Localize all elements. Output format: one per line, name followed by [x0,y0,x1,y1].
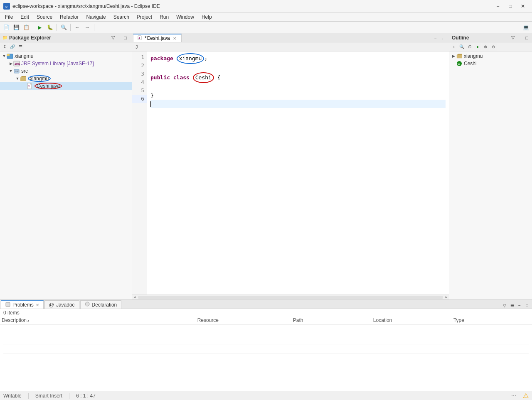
panel-menu-button[interactable]: ▽ [110,34,116,41]
run-button[interactable]: ► [35,23,44,32]
window-controls: − □ ✕ [492,2,529,10]
status-insert-mode: Smart Insert [35,393,62,399]
menu-edit[interactable]: Edit [17,13,32,21]
filter-bottom-button[interactable]: ▽ [501,302,508,309]
tree-item-jre[interactable]: ▶ JRE JRE System Library [JavaSE-17] [0,60,132,67]
package-icon [20,75,27,82]
editor-content[interactable]: 1 2 3 4 5 6 package xiangmu; public clas… [132,52,449,294]
line-num-3: 3 [132,70,147,78]
panel-minimize-button[interactable]: − □ [118,35,129,41]
svg-text:C: C [458,62,460,66]
outline-item-xiangmu[interactable]: ▶ xiangmu [449,52,532,60]
debug-button[interactable]: 🐛 [45,23,54,32]
status-more-button[interactable]: ⋯ [511,393,516,399]
outline-pkg-label: xiangmu [464,53,483,59]
view-menu-button[interactable]: ☰ [17,43,24,51]
menu-run[interactable]: Run [156,13,172,21]
bottom-tab-problems[interactable]: Problems ✕ [1,300,44,309]
tree-item-xiangmu-pkg[interactable]: ▼ xiangmu [0,75,132,82]
keyword-class: class [173,74,193,82]
scroll-left-arrow[interactable]: ◄ [132,295,137,300]
save-all-button[interactable]: 📋 [22,23,31,32]
breadcrumb: J [133,44,140,49]
outline-expand-button[interactable]: ⊕ [482,43,489,51]
editor-tab-close-button[interactable]: ✕ [172,36,177,41]
outline-minimize-button[interactable]: − [517,35,522,41]
toolbar-sep-2 [57,24,57,31]
editor-tabs: J *Ceshi.java ✕ − □ [132,33,449,42]
bottom-table-header: Description ▴ Resource Path Location Typ… [0,317,532,324]
menu-source[interactable]: Source [33,13,56,21]
panel-maximize-button[interactable]: □ [123,35,128,41]
xiangmu-annotation-circle: xiangmu [28,75,51,82]
col-header-location: Location [372,317,452,323]
javadoc-tab-icon: @ [49,302,54,308]
code-line-4 [150,83,446,91]
bottom-tab-declaration[interactable]: Declaration [80,300,122,309]
outline-menu-button[interactable]: ▽ [510,34,516,41]
tree-arrow-src: ▼ [8,69,13,73]
bottom-maximize-button[interactable]: □ [524,302,530,309]
editor-scrollbar-h[interactable]: ◄ ► [132,294,449,299]
problems-tab-close[interactable]: ✕ [36,303,39,307]
open-perspective-button[interactable]: 💻 [521,23,530,32]
status-sep-1 [28,393,29,399]
menu-project[interactable]: Project [133,13,155,21]
tree-item-src[interactable]: ▼ src src [0,67,132,75]
table-row-3 [3,344,529,353]
bottom-minimize-button[interactable]: − [516,302,523,309]
keyword-public: public [150,74,173,82]
link-editor-button[interactable]: 🔗 [9,43,16,51]
collapse-all-button[interactable]: ↧ [1,43,8,51]
table-row-1 [3,326,529,335]
save-button[interactable]: 💾 [12,23,21,32]
new-button[interactable]: 📄 [2,23,11,32]
outline-hide-button[interactable]: ∅ [466,43,473,51]
editor-tab-icon: J [138,35,143,41]
outline-filter-button[interactable]: 🔍 [458,43,466,51]
menu-window[interactable]: Window [173,13,197,21]
minimize-button[interactable]: − [492,2,504,10]
code-line-3: public class Ceshi { [150,72,446,83]
bottom-menu-button[interactable]: ☰ [509,302,515,309]
code-editor[interactable]: package xiangmu; public class Ceshi { } [147,52,449,294]
status-position: 6 : 1 : 47 [76,393,96,399]
editor-maximize-button[interactable]: □ [441,35,447,42]
search-button[interactable]: 🔍 [59,23,68,32]
tree-item-xiangmu-project[interactable]: ▼ xiangmu [0,52,132,60]
ceshi-label: Ceshi.java [34,83,62,89]
menu-refactor[interactable]: Refactor [57,13,82,21]
scroll-right-arrow[interactable]: ► [444,295,449,300]
menu-navigate[interactable]: Navigate [83,13,109,21]
menu-help[interactable]: Help [198,13,215,21]
outline-item-ceshi[interactable]: C Ceshi [449,60,532,67]
outline-sync-button[interactable]: ● [474,43,481,51]
outline-sort-button[interactable]: ↕ [450,43,458,51]
editor-tab-label: *Ceshi.java [145,35,170,41]
back-button[interactable]: ← [73,23,82,32]
package-explorer-toolbar: ↧ 🔗 ☰ [0,42,132,52]
forward-button[interactable]: → [83,23,92,32]
semicolon-1: ; [204,54,207,63]
close-button[interactable]: ✕ [517,2,529,10]
editor-toolbar: J [132,42,449,52]
line-num-5: 5 [132,86,147,95]
bottom-content [0,324,532,391]
tree-arrow-ceshi [22,84,27,88]
tree-item-ceshi[interactable]: J Ceshi.java [0,82,132,90]
editor-tab-ceshi[interactable]: J *Ceshi.java ✕ [133,34,182,42]
maximize-button[interactable]: □ [505,2,516,10]
menu-search[interactable]: Search [110,13,133,21]
scroll-track-h[interactable] [138,296,443,299]
outline-collapse-button[interactable]: ⊖ [490,43,497,51]
tree-arrow-jre: ▶ [8,61,13,66]
outline-class-icon: C [456,60,463,67]
javadoc-tab-label: Javadoc [56,302,75,308]
outline-maximize-button[interactable]: □ [524,35,530,41]
outline-panel: Outline ▽ − □ ↕ 🔍 ∅ ● ⊕ ⊖ ▶ xiangmu [449,33,532,299]
menu-file[interactable]: File [2,13,16,21]
sort-arrow-desc[interactable]: ▴ [27,319,29,322]
svg-text:J: J [28,85,30,88]
bottom-tab-javadoc[interactable]: @ Javadoc [44,300,79,309]
editor-minimize-button[interactable]: − [432,35,439,42]
